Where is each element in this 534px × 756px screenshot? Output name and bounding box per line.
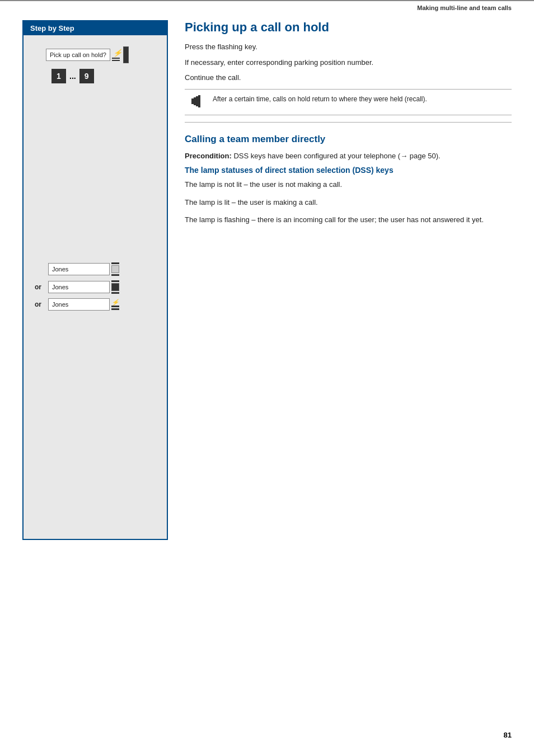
dss-indicator-flash: ⚡ bbox=[111, 299, 119, 310]
precondition-text: Precondition: DSS keys have been configu… bbox=[185, 151, 512, 162]
svg-rect-0 bbox=[191, 98, 194, 104]
main-content: Picking up a call on hold Press the flas… bbox=[185, 20, 512, 540]
lamp-row-1: The lamp is lit – the user is making a c… bbox=[185, 197, 512, 208]
lamp-desc-0: The lamp is not lit – the user is not ma… bbox=[185, 179, 342, 190]
dss-row-2: or Jones bbox=[35, 280, 161, 294]
lamp-desc-2: The lamp is flashing – there is an incom… bbox=[185, 214, 484, 226]
lamp-off bbox=[111, 265, 119, 273]
sidebar-body: Pick up call on hold? ⚡ 1 ... 9 bbox=[24, 35, 167, 539]
key-line-top bbox=[112, 58, 120, 59]
pickup-key-widget: Pick up call on hold? ⚡ bbox=[46, 46, 161, 63]
svg-rect-1 bbox=[194, 97, 196, 105]
dss-indicator-on bbox=[111, 280, 119, 294]
step2-text: If necessary, enter corresponding parkin… bbox=[185, 57, 512, 68]
flash-symbol: ⚡ bbox=[111, 299, 119, 306]
key-block-indicator bbox=[123, 46, 129, 63]
line-bottom bbox=[111, 274, 119, 276]
lamp-desc-1: The lamp is lit – the user is making a c… bbox=[185, 197, 318, 208]
step1-text: Press the flashing key. bbox=[185, 41, 512, 53]
note-text: After a certain time, calls on hold retu… bbox=[213, 94, 427, 104]
dss-key-jones-on[interactable]: Jones bbox=[48, 281, 110, 293]
dss-row-3: or Jones ⚡ bbox=[35, 298, 161, 311]
lamp-on bbox=[111, 283, 119, 291]
picking-title: Picking up a call on hold bbox=[185, 20, 512, 35]
sidebar-title: Step by Step bbox=[30, 24, 74, 32]
step3-text: Continue the call. bbox=[185, 72, 512, 83]
num-dots: ... bbox=[69, 72, 76, 81]
or-label-2: or bbox=[35, 283, 45, 291]
dss-subtitle: The lamp statuses of direct station sele… bbox=[185, 166, 512, 175]
svg-rect-2 bbox=[196, 96, 198, 106]
lamp-row-0: The lamp is not lit – the user is not ma… bbox=[185, 179, 512, 190]
sidebar: Step by Step Pick up call on hold? ⚡ bbox=[22, 20, 168, 540]
note-arrow-icon bbox=[191, 95, 207, 110]
line-top bbox=[111, 280, 119, 282]
section-divider bbox=[185, 122, 512, 123]
precondition-label: Precondition: bbox=[185, 152, 232, 160]
page-number: 81 bbox=[504, 731, 512, 739]
lamp-status-list: The lamp is not lit – the user is not ma… bbox=[185, 179, 512, 226]
dss-key-jones-off[interactable]: Jones bbox=[48, 263, 110, 275]
line-bottom bbox=[111, 292, 119, 294]
num-box-1: 1 bbox=[51, 69, 66, 83]
line-bottom bbox=[111, 308, 119, 310]
number-key: 1 ... 9 bbox=[51, 69, 161, 83]
pickup-key-indicator: ⚡ bbox=[112, 49, 122, 61]
line-top bbox=[111, 306, 119, 307]
header-title: Making multi-line and team calls bbox=[417, 4, 512, 11]
flash-icon: ⚡ bbox=[112, 49, 122, 57]
or-label-3: or bbox=[35, 300, 45, 308]
precondition-body: DSS keys have been configured at your te… bbox=[233, 152, 440, 160]
pickup-key-label[interactable]: Pick up call on hold? bbox=[46, 49, 110, 61]
page-header: Making multi-line and team calls bbox=[0, 0, 534, 15]
dss-keys-area: Jones or Jones bbox=[29, 262, 161, 311]
sidebar-header: Step by Step bbox=[24, 21, 167, 35]
dss-indicator-off bbox=[111, 262, 119, 276]
note-box: After a certain time, calls on hold retu… bbox=[185, 89, 512, 115]
num-box-9: 9 bbox=[79, 69, 94, 83]
team-title: Calling a team member directly bbox=[185, 134, 512, 145]
page: Making multi-line and team calls Step by… bbox=[0, 0, 534, 756]
lamp-row-2: The lamp is flashing – there is an incom… bbox=[185, 214, 512, 226]
content-area: Step by Step Pick up call on hold? ⚡ bbox=[0, 20, 534, 540]
line-top bbox=[111, 262, 119, 264]
key-line-bottom bbox=[112, 60, 120, 61]
dss-row-1: Jones bbox=[35, 262, 161, 276]
dss-key-jones-flash[interactable]: Jones bbox=[48, 298, 110, 311]
svg-rect-3 bbox=[198, 95, 200, 107]
